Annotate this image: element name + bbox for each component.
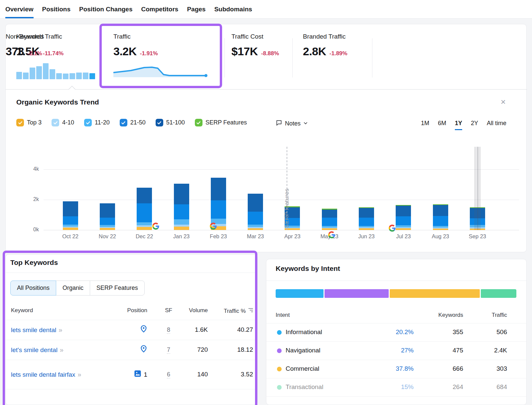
intent-traffic: 506 xyxy=(457,328,507,336)
y-axis-tick: 2k xyxy=(25,196,39,202)
intent-segment-navigational[interactable] xyxy=(325,289,389,298)
trend-bar-feb-23[interactable] xyxy=(211,178,226,230)
x-axis-label: Jul 23 xyxy=(385,233,422,240)
intent-segment-informational[interactable] xyxy=(276,289,324,298)
nav-tab-position-changes[interactable]: Position Changes xyxy=(79,0,132,18)
bar-segment-top-3 xyxy=(396,228,411,230)
intent-row-transactional: Transactional15%264684 xyxy=(266,378,526,396)
bar-segment-21-50 xyxy=(433,216,448,226)
tab-all-positions[interactable]: All Positions xyxy=(10,281,56,296)
row-divider xyxy=(6,389,257,389)
sort-descending-icon[interactable] xyxy=(248,307,253,312)
bar-segment-51-100 xyxy=(100,203,115,217)
position-cell xyxy=(105,345,147,355)
bar-segment-21-50 xyxy=(396,216,411,225)
bar-segment-51-100 xyxy=(359,208,374,218)
sf-value[interactable]: 7 xyxy=(167,346,170,354)
bar-segment-top-3 xyxy=(322,228,337,230)
google-update-icon[interactable] xyxy=(328,231,335,238)
trend-bar-nov-22[interactable] xyxy=(100,203,115,230)
intent-percent-link[interactable]: 15% xyxy=(379,383,414,391)
intent-traffic: 2.4K xyxy=(457,347,507,354)
bar-segment-51-100 xyxy=(433,205,448,216)
bar-segment-top-3 xyxy=(63,228,78,230)
row-divider xyxy=(266,396,526,397)
intent-segment-transactional[interactable] xyxy=(481,289,516,298)
trend-bar-jun-23[interactable] xyxy=(359,207,374,230)
bar-segment-21-50 xyxy=(174,204,189,220)
bar-segment-51-100 xyxy=(137,188,152,204)
intent-dot-navigational xyxy=(277,348,282,353)
x-axis-label: Aug 23 xyxy=(422,233,459,240)
divider xyxy=(266,281,526,281)
bar-segment-21-50 xyxy=(211,200,226,219)
open-keyword-chevrons-icon[interactable]: » xyxy=(59,326,62,333)
bar-segment-51-100 xyxy=(174,184,189,204)
serp-features-annotation-label: SERP features xyxy=(284,153,290,228)
nav-tab-positions[interactable]: Positions xyxy=(42,0,71,18)
tab-organic[interactable]: Organic xyxy=(56,281,90,296)
intent-distribution-bar xyxy=(276,289,516,298)
intent-percent-link[interactable]: 27% xyxy=(379,347,414,354)
keyword-link[interactable]: let's smile dental xyxy=(11,346,58,353)
intent-keywords-count: 264 xyxy=(413,383,463,391)
gridline xyxy=(44,230,519,230)
open-keyword-chevrons-icon[interactable]: » xyxy=(77,371,80,378)
bar-segment-top-3 xyxy=(174,227,189,230)
chart-hover-indicator xyxy=(474,147,480,230)
bar-segment-top-3 xyxy=(100,228,115,230)
column-header-traffic[interactable]: Traffic % xyxy=(212,307,253,314)
keyword-link[interactable]: lets smile dental fairfax xyxy=(11,371,75,378)
google-update-icon[interactable] xyxy=(152,223,159,230)
intent-row-navigational: Navigational27%4752.4K xyxy=(266,341,526,360)
x-axis-label: Mar 23 xyxy=(237,233,274,240)
trend-bar-jan-23[interactable] xyxy=(174,184,189,230)
top-keywords-card: Top Keywords All PositionsOrganicSERP Fe… xyxy=(5,254,258,405)
intent-percent-link[interactable]: 37.8% xyxy=(379,365,414,372)
organic-keywords-chart: 0k2k4kOct 22Nov 22Dec 22Jan 23Feb 23Mar … xyxy=(6,24,526,252)
intent-keywords-count: 666 xyxy=(413,365,463,372)
google-update-icon[interactable] xyxy=(210,223,217,230)
bar-segment-21-50 xyxy=(359,218,374,226)
nav-tab-overview[interactable]: Overview xyxy=(5,0,34,18)
sf-value[interactable]: 8 xyxy=(167,326,170,334)
trend-bar-may-23[interactable] xyxy=(322,209,337,230)
bar-segment-51-100 xyxy=(211,178,226,200)
volume-cell: 1.6K xyxy=(182,326,208,333)
bar-segment-21-50 xyxy=(100,218,115,225)
open-keyword-chevrons-icon[interactable]: » xyxy=(60,346,63,353)
x-axis-label: Apr 23 xyxy=(274,233,311,240)
trend-bar-oct-22[interactable] xyxy=(63,201,78,230)
trend-bar-mar-23[interactable] xyxy=(248,194,263,230)
keyword-cell: lets smile dental» xyxy=(11,324,107,335)
keywords-by-intent-title: Keywords by Intent xyxy=(276,265,340,273)
nav-tab-subdomains[interactable]: Subdomains xyxy=(214,0,252,18)
x-axis-label: Oct 22 xyxy=(52,233,89,240)
intent-dot-transactional xyxy=(277,385,282,390)
tab-serp-features[interactable]: SERP Features xyxy=(90,281,145,296)
trend-bar-dec-22[interactable] xyxy=(137,188,152,230)
keyword-cell: let's smile dental» xyxy=(11,344,107,355)
trend-bar-jul-23[interactable] xyxy=(396,205,411,230)
intent-keywords-count: 355 xyxy=(413,328,463,336)
column-header-traffic: Traffic xyxy=(457,312,507,318)
intent-percent-link[interactable]: 20.2% xyxy=(379,328,414,336)
trend-bar-aug-23[interactable] xyxy=(433,204,448,230)
google-update-icon[interactable] xyxy=(389,225,396,232)
bar-segment-21-50 xyxy=(248,212,263,225)
nav-tab-pages[interactable]: Pages xyxy=(187,0,205,18)
x-axis-label: Jun 23 xyxy=(348,233,385,240)
intent-segment-commercial[interactable] xyxy=(390,289,479,298)
bar-segment-51-100 xyxy=(322,210,337,218)
nav-tab-competitors[interactable]: Competitors xyxy=(141,0,178,18)
y-axis-tick: 0k xyxy=(25,227,39,233)
bar-segment-top-3 xyxy=(137,227,152,230)
bar-segment-51-100 xyxy=(248,194,263,212)
intent-traffic: 303 xyxy=(457,365,507,372)
intent-label: Navigational xyxy=(286,347,369,354)
sf-value[interactable]: 6 xyxy=(167,371,170,378)
column-header-position: Position xyxy=(105,307,147,314)
keyword-link[interactable]: lets smile dental xyxy=(11,326,56,333)
position-cell xyxy=(105,325,147,335)
intent-label: Commercial xyxy=(286,365,369,372)
